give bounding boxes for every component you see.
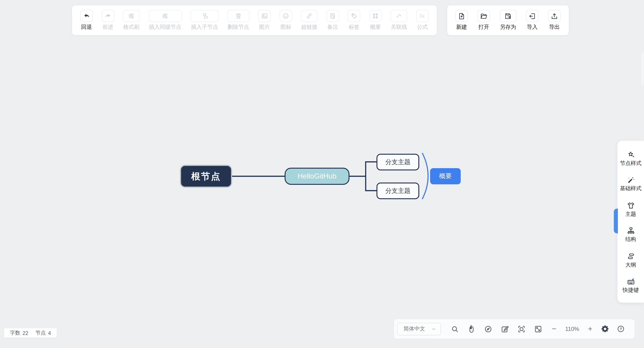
toolbar-button-delete-node[interactable]: 删除节点 [227, 10, 249, 35]
summary-node[interactable]: 概要 [430, 168, 461, 184]
toolbar-button-undo[interactable]: 回退 [80, 10, 93, 35]
root-node[interactable]: 根节点 [181, 166, 231, 186]
branch-node-2[interactable]: 分支主题 [376, 182, 419, 199]
sidebar-item-theme[interactable]: 主题 [625, 201, 636, 217]
trash-icon [234, 12, 242, 20]
toolbar-button-label: 前进 [102, 24, 113, 30]
bottom-toolbar: 简体中文 − 110% + ? [394, 319, 634, 339]
toolbar-button-box [369, 10, 382, 22]
toolbar-button-label: 删除节点 [228, 24, 249, 30]
toolbar-button-label: 超链接 [301, 24, 318, 30]
toolbar-button-box [280, 10, 292, 22]
toolbar-button-box [548, 10, 561, 22]
toolbar-button-label: 备注 [328, 24, 338, 30]
toolbar-button-label: 新建 [456, 24, 467, 30]
toolbar-button-box [478, 10, 490, 22]
toolbar-button-label: 标签 [349, 24, 360, 30]
edit-mode-button[interactable] [500, 324, 509, 333]
toolbar-button-box [526, 10, 538, 22]
toolbar-button-label: 图标 [280, 24, 291, 30]
svg-text:?: ? [620, 327, 622, 331]
help-icon: ? [616, 325, 625, 333]
toolbar-button-icon[interactable]: 图标 [280, 10, 292, 35]
fit-view-button[interactable] [517, 324, 526, 333]
language-select[interactable]: 简体中文 [397, 323, 441, 335]
toolbar-button-box [227, 10, 249, 22]
sidebar-item-label: 结构 [625, 237, 636, 243]
settings-button[interactable] [600, 324, 610, 334]
toolbar-button-image[interactable]: 图片 [258, 10, 271, 35]
toolbar-button-association-line[interactable]: 关联线 [391, 10, 407, 35]
import-icon [528, 12, 536, 20]
toolbar-button-box [301, 10, 318, 22]
toolbar-button-summary[interactable]: 概要 [369, 10, 382, 35]
sidebar-item-structure[interactable]: 结构 [625, 226, 636, 243]
toolbar-button-box [326, 10, 339, 22]
toolbar-button-label: 导出 [549, 24, 560, 30]
toolbar-button-format-painter[interactable]: 格式刷 [123, 10, 140, 35]
zoom-in-button[interactable]: + [584, 325, 596, 333]
zoom-out-button[interactable]: − [548, 325, 560, 333]
toolbar-button-insert-child-node[interactable]: 插入子节点 [190, 10, 218, 35]
sidebar-item-node-style[interactable]: 节点样式 [620, 150, 642, 166]
toolbar-button-new-file[interactable]: 新建 [455, 10, 468, 35]
help-button[interactable]: ? [616, 325, 625, 333]
toolbar-button-label: 插入同级节点 [149, 24, 181, 30]
word-count: 字数 22 [10, 330, 28, 336]
sidebar: 节点样式基础样式主题结构大纲快捷键 [618, 141, 644, 303]
toolbar-button-redo[interactable]: 前进 [102, 10, 114, 35]
node-count-label: 节点 [36, 330, 46, 336]
primary-toolbar: 回退前进格式刷插入同级节点插入子节点删除节点图片图标超链接备注标签概要关联线Σx… [72, 5, 437, 35]
outline-icon [626, 252, 635, 261]
image-icon [260, 12, 268, 20]
toolbar-button-label: 另存为 [500, 24, 516, 30]
folder-icon [480, 12, 488, 20]
search-button[interactable] [450, 324, 459, 333]
toolbar-button-label: 公式 [417, 24, 428, 30]
bottom-icon-group [450, 324, 543, 333]
mindmap-canvas[interactable]: 根节点 HelloGitHub 分支主题 分支主题 概要 [0, 0, 644, 348]
node-count-value: 4 [48, 330, 51, 336]
fullscreen-button[interactable] [534, 324, 543, 333]
toolbar-button-save-as[interactable]: 另存为 [500, 10, 516, 35]
toolbar-button-tag[interactable]: 标签 [348, 10, 360, 35]
secondary-node[interactable]: HelloGitHub [284, 168, 350, 185]
language-select-value: 简体中文 [404, 325, 425, 333]
toolbar-button-hyperlink[interactable]: 超链接 [301, 10, 318, 35]
svg-text:Σx: Σx [420, 14, 425, 18]
sidebar-item-outline[interactable]: 大纲 [625, 252, 636, 268]
toolbar-button-box [123, 10, 140, 22]
toolbar-button-label: 导入 [527, 24, 538, 30]
file-plus-icon [458, 12, 466, 20]
sidebar-collapse-handle[interactable] [614, 209, 618, 233]
branch-node-1[interactable]: 分支主题 [376, 154, 419, 171]
redo-icon [104, 12, 112, 20]
toolbar-button-formula[interactable]: Σx公式 [416, 10, 429, 35]
toolbar-button-label: 打开 [478, 24, 489, 30]
sliders-icon [128, 12, 135, 20]
drag-mode-button[interactable] [467, 324, 476, 333]
toolbar-button-export[interactable]: 导出 [548, 10, 561, 35]
toolbar-button-box [148, 10, 182, 22]
toolbar-button-box [500, 10, 516, 22]
mouse-icon [467, 324, 476, 333]
mini-map-button[interactable] [484, 324, 493, 333]
toolbar-button-box [80, 10, 93, 22]
toolbar-button-label: 插入子节点 [191, 24, 218, 30]
toolbar-button-box [258, 10, 271, 22]
toolbar-button-note[interactable]: 备注 [326, 10, 339, 35]
toolbar-button-open-file[interactable]: 打开 [478, 10, 490, 35]
sidebar-item-label: 基础样式 [620, 186, 642, 191]
sidebar-item-label: 节点样式 [620, 160, 642, 166]
toolbar-button-import[interactable]: 导入 [526, 10, 538, 35]
word-count-value: 22 [22, 330, 28, 336]
sidebar-item-base-style[interactable]: 基础样式 [620, 175, 642, 191]
formula-icon: Σx [418, 12, 426, 20]
sidebar-item-shortcut-keys[interactable]: 快捷键 [622, 277, 639, 293]
edit-icon [500, 324, 509, 333]
toolbar-button-label: 图片 [259, 24, 270, 30]
toolbar-button-box [190, 10, 218, 22]
grid-icon [372, 12, 380, 20]
toolbar-button-insert-sibling-node[interactable]: 插入同级节点 [148, 10, 182, 35]
zoom-controls: − 110% + [548, 325, 596, 333]
